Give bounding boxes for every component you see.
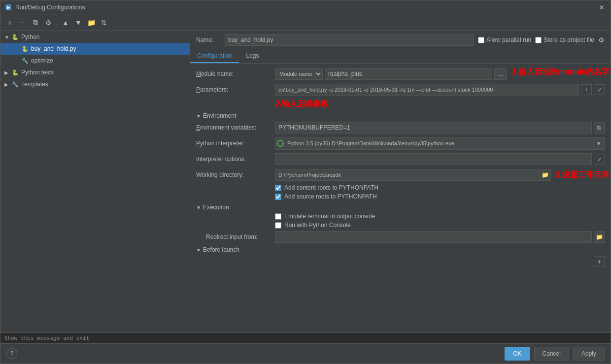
module-type-select[interactable]: Module name	[275, 68, 323, 80]
redirect-input-row: Redirect input from: 📁	[196, 231, 605, 243]
python-label: Python	[21, 33, 39, 40]
run-python-console-row: Run with Python Console	[196, 222, 605, 229]
interpreter-options-label: Interpreter options:	[196, 156, 275, 163]
apply-button[interactable]: Apply	[573, 347, 605, 361]
store-project-label[interactable]: Store as project file	[535, 36, 594, 43]
name-input[interactable]	[225, 34, 474, 46]
python-tests-arrow: ▶	[4, 70, 11, 75]
templates-icon: 🔧	[11, 80, 19, 88]
working-dir-row: Working directory: D:\PycharmProjects\rq…	[196, 168, 605, 181]
optimize-label: optimize	[31, 57, 53, 64]
environment-label: Environment	[203, 112, 236, 119]
optimize-icon: 🔧	[21, 57, 29, 65]
add-before-launch-button[interactable]: +	[594, 256, 605, 267]
tree-item-python[interactable]: ▼ 🐍 Python	[0, 31, 190, 43]
interpreter-options-input[interactable]	[275, 153, 592, 165]
close-button[interactable]: ✕	[597, 3, 607, 11]
redirect-input-label: Redirect input from:	[196, 233, 275, 240]
add-source-roots-checkbox[interactable]	[275, 194, 281, 200]
name-row: Name: Allow parallel run Store as projec…	[190, 31, 611, 49]
tree-item-optimize[interactable]: 🔧 optimize	[0, 55, 190, 66]
run-python-console-checkbox[interactable]	[275, 222, 281, 229]
parameters-input[interactable]	[275, 84, 579, 96]
bottom-bar: ? OK Cancel Apply	[0, 343, 611, 364]
settings-button[interactable]: ⚙	[43, 17, 54, 28]
params-expand-button[interactable]: ⤢	[594, 84, 605, 95]
titlebar: ▶ Run/Debug Configurations ✕	[0, 0, 611, 14]
redirect-input-field[interactable]	[275, 231, 592, 243]
redirect-browse-button[interactable]: 📁	[594, 231, 605, 243]
interpreter-text: Python 3.5 (py35) D:\ProgramData\Minicon…	[285, 140, 593, 146]
ok-button[interactable]: OK	[505, 347, 530, 361]
run-python-console-label: Run with Python Console	[284, 222, 351, 229]
buy-and-hold-label: buy_and_hold.py	[31, 45, 76, 52]
params-wrap: + ⤢	[275, 84, 605, 96]
tab-logs[interactable]: Logs	[239, 49, 266, 63]
module-browse-button[interactable]: ...	[494, 68, 507, 80]
form-area: Module name: Module name ... 1.输入启动的modu…	[190, 64, 611, 332]
allow-parallel-label[interactable]: Allow parallel run	[478, 36, 531, 43]
add-config-button[interactable]: +	[4, 17, 15, 28]
module-control-wrap: Module name ...	[275, 68, 507, 80]
environment-section-header[interactable]: ▼ Environment	[196, 112, 605, 119]
env-copy-button[interactable]: ⧉	[594, 122, 605, 133]
redirect-input-control: 📁	[275, 231, 605, 243]
run-debug-dialog: ▶ Run/Debug Configurations ✕ + − ⧉ ⚙ ▲ ▼…	[0, 0, 611, 364]
tree-item-buy-and-hold[interactable]: 🐍 buy_and_hold.py	[0, 43, 190, 55]
folder-button[interactable]: 📁	[86, 17, 97, 28]
python-icon: 🐍	[11, 33, 19, 41]
interpreter-wrap[interactable]: Python 3.5 (py35) D:\ProgramData\Minicon…	[275, 137, 605, 150]
working-dir-browse-button[interactable]: 📁	[540, 169, 550, 180]
sort-button[interactable]: ⇅	[99, 17, 109, 28]
emulate-terminal-label: Emulate terminal in output console	[284, 213, 375, 220]
dialog-icon: ▶	[4, 3, 12, 11]
name-label: Name:	[196, 36, 221, 43]
add-content-roots-label: Add content roots to PYTHONPATH	[284, 184, 378, 191]
module-name-input[interactable]	[325, 68, 492, 80]
terminal-text: Show this message and exit	[4, 335, 89, 341]
interpreter-options-expand[interactable]: ⤢	[594, 154, 605, 165]
interpreter-options-row: Interpreter options: ⤢	[196, 153, 605, 165]
toolbar-separator	[57, 18, 57, 27]
env-vars-input[interactable]	[275, 122, 592, 133]
environment-arrow: ▼	[196, 113, 201, 119]
tree-item-templates[interactable]: ▶ 🔧 Templates	[0, 78, 190, 90]
before-launch-header[interactable]: ▼ Before launch	[196, 246, 605, 253]
store-project-checkbox[interactable]	[535, 37, 542, 43]
execution-arrow: ▼	[196, 205, 201, 210]
bottom-left: ?	[6, 348, 501, 359]
add-source-roots-row: Add source roots to PYTHONPATH	[196, 193, 605, 200]
options-right: Allow parallel run Store as project file…	[478, 36, 605, 44]
before-launch-label: Before launch	[203, 246, 239, 253]
right-panel: Name: Allow parallel run Store as projec…	[190, 31, 611, 332]
emulate-terminal-checkbox[interactable]	[275, 213, 281, 220]
bottom-terminal: Show this message and exit	[0, 332, 611, 343]
move-up-button[interactable]: ▲	[60, 17, 71, 28]
emulate-terminal-row: Emulate terminal in output console	[196, 213, 605, 220]
interpreter-status-icon	[275, 140, 285, 147]
add-content-roots-row: Add content roots to PYTHONPATH	[196, 184, 605, 191]
before-launch-section: ▼ Before launch	[196, 246, 605, 253]
move-down-button[interactable]: ▼	[73, 17, 84, 28]
help-button[interactable]: ?	[6, 348, 17, 359]
env-vars-control: ⧉	[275, 122, 605, 133]
execution-section-header[interactable]: ▼ Execution	[196, 204, 605, 211]
interpreter-row: Python interpreter: Python 3.5 (py35) D:…	[196, 137, 605, 150]
module-name-row: Module name: Module name ... 1.输入启动的modu…	[196, 67, 605, 80]
left-panel: ▼ 🐍 Python 🐍 buy_and_hold.py 🔧 optimize …	[0, 31, 190, 332]
cancel-button[interactable]: Cancel	[534, 347, 569, 361]
py-file-icon: 🐍	[21, 45, 29, 53]
tab-configuration[interactable]: Configuration	[190, 49, 239, 63]
annotation-params: 2.输入启动参数	[275, 99, 329, 109]
copy-config-button[interactable]: ⧉	[30, 17, 41, 28]
add-content-roots-checkbox[interactable]	[275, 185, 281, 191]
gear-icon[interactable]: ⚙	[598, 36, 605, 44]
env-vars-row: Environment variables: ⧉	[196, 121, 605, 134]
params-plus-button[interactable]: +	[581, 84, 592, 95]
interpreter-dropdown-arrow[interactable]: ▼	[593, 141, 604, 146]
dialog-toolbar: + − ⧉ ⚙ ▲ ▼ 📁 ⇅	[0, 14, 611, 31]
remove-config-button[interactable]: −	[17, 17, 28, 28]
python-tests-label: Python tests	[21, 69, 54, 76]
tree-item-python-tests[interactable]: ▶ 🐍 Python tests	[0, 66, 190, 78]
allow-parallel-checkbox[interactable]	[478, 37, 484, 43]
